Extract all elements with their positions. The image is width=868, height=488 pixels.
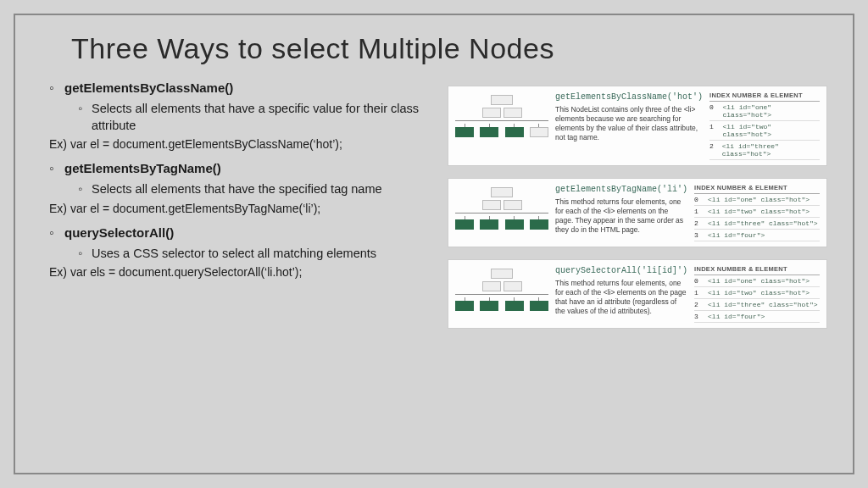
- method-example: Ex) var el = document.getElementsByTagNa…: [49, 202, 431, 215]
- card-call: getElementsByClassName('hot'): [555, 92, 703, 103]
- method-name: getElementsByTagName(): [64, 161, 221, 175]
- card-call: querySelectorAll('li[id]'): [555, 265, 687, 276]
- tree-leaf-node: [480, 127, 498, 137]
- card-description: getElementsByTagName('li') This method r…: [555, 184, 687, 235]
- row-index: 2: [694, 219, 704, 227]
- table-header: INDEX NUMBER & ELEMENT: [709, 92, 820, 102]
- row-index: 0: [694, 277, 704, 285]
- examples-column: getElementsByClassName('hot') This NodeL…: [448, 80, 827, 329]
- tree-leaf-node: [530, 219, 548, 230]
- tree-mid-node: [482, 281, 501, 291]
- tree-leaf-node: [480, 301, 498, 311]
- row-element: <li id="two" class="hot">: [708, 289, 810, 297]
- card-description: getElementsByClassName('hot') This NodeL…: [555, 92, 703, 142]
- row-index: 0: [694, 196, 704, 203]
- nodelist-table: INDEX NUMBER & ELEMENT 0<li id="one" cla…: [694, 184, 820, 241]
- tree-leaf-node: [505, 219, 524, 230]
- table-row: 3<li id="four">: [694, 230, 820, 241]
- tree-mid-node: [482, 108, 501, 118]
- method-desc: Uses a CSS selector to select all matchi…: [78, 246, 431, 263]
- dom-tree-icon: [455, 265, 548, 311]
- card-description: querySelectorAll('li[id]') This method r…: [555, 265, 687, 316]
- row-element: <li id="three" class="hot">: [722, 142, 820, 158]
- tree-leaf-node: [505, 127, 524, 137]
- row-element: <li id="two" class="hot">: [708, 208, 810, 215]
- tree-leaf-node: [530, 301, 548, 311]
- row-index: 2: [709, 142, 719, 158]
- method-desc: Selects all elements that have the speci…: [78, 181, 431, 198]
- method-item: getElementsByTagName() Selects all eleme…: [49, 161, 431, 215]
- table-row: 1<li id="two" class="hot">: [694, 287, 820, 299]
- method-desc: Selects all elements that have a specifi…: [78, 101, 431, 134]
- table-row: 3<li id="four">: [694, 311, 820, 323]
- row-element: <li id="two" class="hot">: [722, 123, 820, 138]
- nodelist-table: INDEX NUMBER & ELEMENT 0<li id="one" cla…: [709, 92, 820, 160]
- row-index: 0: [709, 103, 719, 119]
- table-row: 0<li id="one" class="hot">: [709, 102, 820, 121]
- tree-mid-node: [482, 200, 501, 210]
- tree-mid-node: [504, 281, 522, 291]
- row-element: <li id="four">: [708, 231, 765, 239]
- row-element: <li id="one" class="hot">: [708, 196, 810, 203]
- card-blurb: This NodeList contains only three of the…: [555, 105, 698, 141]
- method-item: getElementsByClassName() Selects all ele…: [49, 80, 431, 151]
- tree-leaf-node: [505, 301, 524, 311]
- table-row: 0<li id="one" class="hot">: [694, 275, 820, 287]
- table-row: 1<li id="two" class="hot">: [694, 206, 820, 218]
- row-element: <li id="three" class="hot">: [708, 219, 818, 227]
- method-item: querySelectorAll() Uses a CSS selector t…: [49, 225, 431, 280]
- table-row: 0<li id="one" class="hot">: [694, 194, 820, 206]
- table-row: 2<li id="three" class="hot">: [694, 299, 820, 311]
- tree-mid-node: [504, 200, 522, 210]
- table-row: 2<li id="three" class="hot">: [709, 141, 820, 160]
- method-name: getElementsByClassName(): [64, 80, 233, 95]
- row-element: <li id="one" class="hot">: [708, 277, 810, 285]
- table-header: INDEX NUMBER & ELEMENT: [694, 265, 820, 275]
- methods-column: getElementsByClassName() Selects all ele…: [41, 80, 431, 329]
- method-example: Ex) var els = document.querySelectorAll(…: [49, 265, 431, 279]
- row-index: 3: [694, 231, 704, 239]
- card-blurb: This method returns four elements, one f…: [555, 279, 687, 315]
- method-example: Ex) var el = document.getElementsByClass…: [49, 137, 431, 151]
- example-card: querySelectorAll('li[id]') This method r…: [448, 259, 827, 329]
- nodelist-table: INDEX NUMBER & ELEMENT 0<li id="one" cla…: [694, 265, 820, 323]
- tree-leaf-node: [530, 127, 548, 137]
- dom-tree-icon: [455, 92, 548, 137]
- slide-frame: Three Ways to select Multiple Nodes getE…: [14, 14, 854, 474]
- content-columns: getElementsByClassName() Selects all ele…: [41, 80, 827, 329]
- table-header: INDEX NUMBER & ELEMENT: [694, 184, 820, 194]
- slide-title: Three Ways to select Multiple Nodes: [71, 32, 827, 65]
- row-index: 3: [694, 313, 704, 320]
- dom-tree-icon: [455, 184, 548, 230]
- row-index: 1: [709, 123, 719, 138]
- row-element: <li id="one" class="hot">: [722, 103, 820, 119]
- tree-leaf-node: [455, 219, 474, 230]
- method-name-row: getElementsByClassName(): [49, 80, 431, 96]
- example-card: getElementsByTagName('li') This method r…: [448, 178, 827, 247]
- tree-leaf-node: [455, 301, 474, 311]
- tree-root-node: [491, 95, 513, 105]
- row-element: <li id="three" class="hot">: [708, 301, 818, 308]
- card-blurb: This method returns four elements, one f…: [555, 197, 683, 234]
- tree-root-node: [491, 187, 513, 197]
- tree-mid-node: [504, 108, 522, 118]
- tree-root-node: [491, 269, 513, 279]
- method-name: querySelectorAll(): [64, 225, 174, 240]
- tree-leaf-node: [455, 127, 474, 137]
- row-element: <li id="four">: [708, 313, 765, 320]
- method-name-row: getElementsByTagName(): [49, 161, 431, 176]
- row-index: 1: [694, 208, 704, 215]
- table-row: 2<li id="three" class="hot">: [694, 218, 820, 230]
- table-row: 1<li id="two" class="hot">: [709, 121, 820, 141]
- method-name-row: querySelectorAll(): [49, 225, 431, 241]
- row-index: 2: [694, 301, 704, 308]
- row-index: 1: [694, 289, 704, 297]
- example-card: getElementsByClassName('hot') This NodeL…: [448, 86, 827, 166]
- tree-leaf-node: [480, 219, 498, 230]
- card-call: getElementsByTagName('li'): [555, 184, 687, 195]
